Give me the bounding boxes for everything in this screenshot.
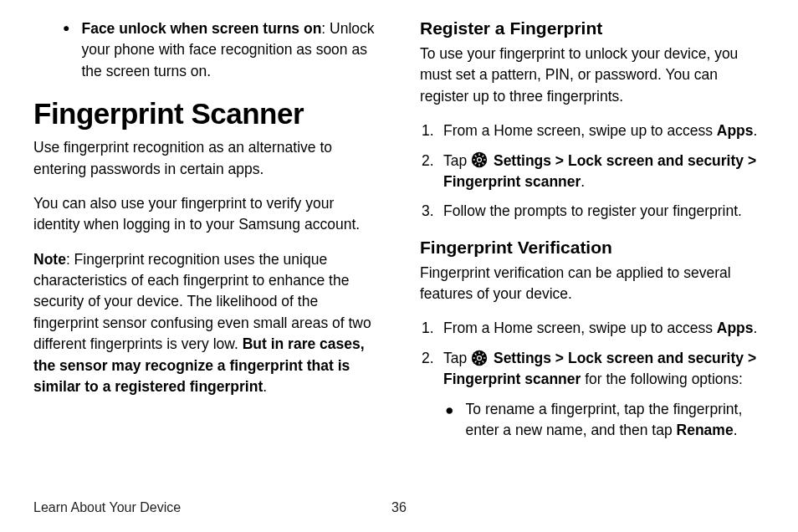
step-number: 2. (420, 348, 443, 391)
intro-para-2: You can also use your fingerprint to ver… (33, 193, 378, 236)
verify-heading: Fingerprint Verification (420, 238, 765, 258)
bullet-icon: ● (63, 18, 69, 82)
register-section: Register a Fingerprint To use your finge… (420, 18, 765, 223)
verify-steps: 1. From a Home screen, swipe up to acces… (420, 318, 765, 441)
step-text: Tap Settings > Lock screen and security … (443, 348, 765, 391)
bullet-icon: ● (445, 399, 454, 442)
right-column: Register a Fingerprint To use your finge… (420, 18, 765, 456)
verify-intro: Fingerprint verification can be applied … (420, 263, 765, 305)
bullet-text: Face unlock when screen turns on: Unlock… (81, 18, 378, 82)
step-text: From a Home screen, swipe up to access A… (443, 318, 765, 339)
register-step-3: 3. Follow the prompts to register your f… (420, 201, 765, 222)
step-text: Follow the prompts to register your fing… (443, 201, 765, 222)
step-number: 1. (420, 318, 443, 339)
sub-bullet-text: To rename a fingerprint, tap the fingerp… (466, 399, 765, 442)
note-para: Note: Fingerprint recognition uses the u… (33, 249, 378, 398)
page-content: ● Face unlock when screen turns on: Unlo… (0, 0, 798, 456)
register-step-2: 2. Tap Settings > Lock screen and securi… (420, 151, 765, 193)
verify-sub-bullet: ● To rename a fingerprint, tap the finge… (420, 399, 765, 442)
step-number: 2. (420, 151, 443, 193)
register-steps: 1. From a Home screen, swipe up to acces… (420, 120, 765, 223)
face-unlock-bullet: ● Face unlock when screen turns on: Unlo… (33, 18, 378, 82)
footer-section-title: Learn About Your Device (33, 500, 181, 515)
register-intro: To use your fingerprint to unlock your d… (420, 43, 765, 107)
verify-section: Fingerprint Verification Fingerprint ver… (420, 238, 765, 442)
settings-icon (471, 350, 488, 366)
note-label: Note (33, 251, 66, 268)
left-column: ● Face unlock when screen turns on: Unlo… (33, 18, 378, 456)
step-number: 1. (420, 120, 443, 141)
page-footer: Learn About Your Device 36 (33, 500, 765, 515)
bullet-bold: Face unlock when screen turns on (81, 20, 321, 37)
intro-para-1: Use fingerprint recognition as an altern… (33, 137, 378, 180)
note-end: . (263, 378, 267, 395)
step-text: Tap Settings > Lock screen and security … (443, 151, 765, 193)
settings-icon (471, 151, 488, 168)
page-number: 36 (391, 500, 407, 515)
register-heading: Register a Fingerprint (420, 18, 765, 38)
fingerprint-scanner-heading: Fingerprint Scanner (33, 97, 378, 130)
verify-step-1: 1. From a Home screen, swipe up to acces… (420, 318, 765, 339)
step-text: From a Home screen, swipe up to access A… (443, 120, 765, 141)
step-number: 3. (420, 201, 443, 222)
register-step-1: 1. From a Home screen, swipe up to acces… (420, 120, 765, 141)
verify-step-2: 2. Tap Settings > Lock screen and securi… (420, 348, 765, 391)
